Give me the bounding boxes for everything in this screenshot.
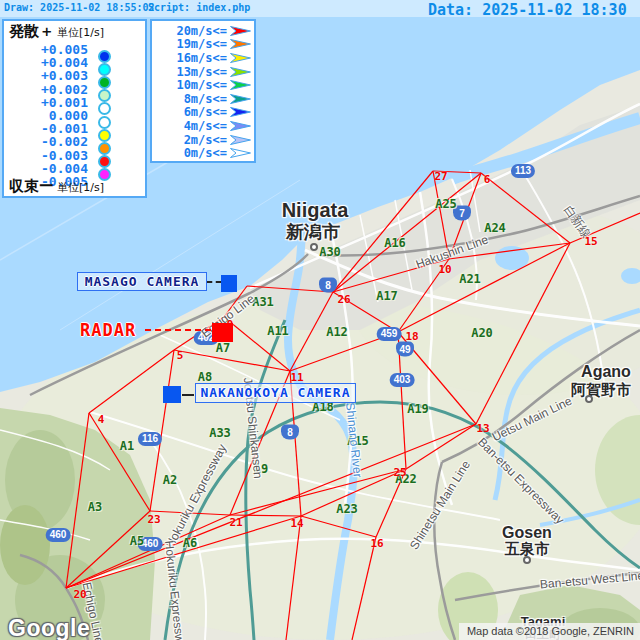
convergence-unit-label: 単位[1/s] — [57, 181, 104, 194]
divergence-legend: 発散＋単位[1/s] +0.005+0.004+0.003+0.002+0.00… — [2, 19, 147, 198]
divergence-title-text: 発散＋ — [9, 22, 54, 40]
wind-arrow-icon — [229, 52, 252, 64]
wind-legend-row: 16m/s<= — [152, 51, 254, 65]
masago-connector-line — [207, 281, 221, 283]
wind-arrow-icon — [229, 66, 252, 78]
divergence-color-dot — [98, 142, 111, 155]
divergence-color-dot — [98, 155, 111, 168]
wind-speed-label: 4m/s<= — [184, 119, 227, 133]
wind-speed-label: 6m/s<= — [184, 105, 227, 119]
wind-legend-row: 20m/s<= — [152, 24, 254, 38]
wind-speed-label: 10m/s<= — [176, 78, 227, 92]
divergence-color-dot — [98, 76, 111, 89]
masago-camera-marker[interactable] — [221, 275, 237, 292]
divergence-color-dot — [98, 116, 111, 129]
wind-speed-label: 0m/s<= — [184, 146, 227, 160]
divergence-legend-scale: +0.005+0.004+0.003+0.002+0.0010.000-0.00… — [4, 44, 145, 176]
wind-speed-legend: 20m/s<=19m/s<=16m/s<=13m/s<=10m/s<=8m/s<… — [150, 19, 256, 163]
convergence-title-text: 収束ー — [9, 177, 54, 195]
wind-speed-label: 8m/s<= — [184, 92, 227, 106]
radar-marker[interactable] — [212, 323, 233, 342]
wind-arrow-icon — [229, 120, 252, 132]
divergence-value: +0.003 — [4, 70, 88, 82]
wind-arrow-icon — [229, 93, 252, 105]
nakanokoya-connector-line — [182, 394, 194, 396]
wind-speed-label: 20m/s<= — [176, 24, 227, 38]
map-attribution: Map data ©2018 Google, ZENRIN — [459, 623, 640, 640]
wind-speed-label: 13m/s<= — [176, 65, 227, 79]
wind-legend-row: 6m/s<= — [152, 106, 254, 120]
radar-connector-line — [145, 329, 211, 331]
radar-label: RADAR — [80, 320, 136, 340]
wind-speed-label: 16m/s<= — [176, 51, 227, 65]
draw-timestamp: Draw: 2025-11-02 18:55:02 — [4, 2, 155, 13]
wind-arrow-icon — [229, 38, 252, 50]
wind-arrow-icon — [229, 79, 252, 91]
nakanokoya-camera-label: NAKANOKOYA CAMERA — [195, 383, 356, 403]
divergence-legend-title: 発散＋単位[1/s] — [9, 22, 104, 41]
divergence-color-dot — [98, 89, 111, 102]
wind-arrow-icon — [229, 106, 252, 118]
weather-radar-map-screen: 11378402459494031164604608A1A2A3A5A6A7A8… — [0, 0, 640, 640]
divergence-value: -0.002 — [4, 136, 88, 148]
google-logo[interactable]: Google — [8, 615, 90, 640]
script-name: Script: index.php — [148, 2, 250, 13]
wind-arrow-icon — [229, 147, 252, 159]
nakanokoya-camera-marker[interactable] — [163, 386, 181, 403]
divergence-color-dot — [98, 129, 111, 142]
divergence-color-dot — [98, 63, 111, 76]
convergence-legend-title: 収束ー単位[1/s] — [9, 177, 104, 196]
wind-arrow-icon — [229, 25, 252, 37]
wind-legend-row: 4m/s<= — [152, 119, 254, 133]
divergence-unit-label: 単位[1/s] — [57, 26, 104, 39]
wind-speed-label: 19m/s<= — [176, 37, 227, 51]
wind-legend-row: 8m/s<= — [152, 92, 254, 106]
masago-camera-label: MASAGO CAMERA — [77, 272, 207, 291]
divergence-color-dot — [98, 102, 111, 115]
wind-arrow-icon — [229, 134, 252, 146]
wind-legend-row: 13m/s<= — [152, 65, 254, 79]
wind-legend-row: 10m/s<= — [152, 78, 254, 92]
data-timestamp: Data: 2025-11-02 18:30 — [428, 1, 627, 19]
wind-legend-row: 0m/s<= — [152, 146, 254, 160]
divergence-color-dot — [98, 50, 111, 63]
wind-legend-row: 2m/s<= — [152, 133, 254, 147]
wind-legend-row: 19m/s<= — [152, 38, 254, 52]
wind-speed-label: 2m/s<= — [184, 133, 227, 147]
